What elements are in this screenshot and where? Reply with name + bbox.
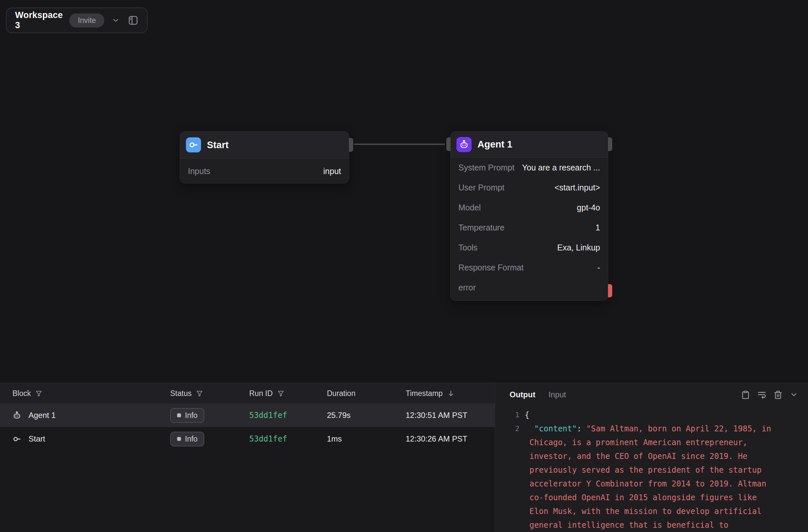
col-block: Block	[13, 389, 170, 398]
tab-input[interactable]: Input	[549, 390, 566, 399]
col-status: Status	[170, 389, 249, 398]
line-number	[510, 463, 519, 477]
col-duration: Duration	[327, 389, 406, 398]
log-row-start[interactable]: Start Info 53dd1fef 1ms 12:30:26 AM PST	[0, 427, 495, 451]
agent-output-handle[interactable]	[608, 137, 612, 151]
start-icon	[186, 137, 201, 152]
start-icon	[13, 435, 21, 443]
status-dot	[177, 437, 181, 441]
agent-row-response-format: Response Format -	[451, 258, 608, 278]
agent-node-header: Agent 1	[451, 131, 608, 158]
status-label: Info	[185, 435, 197, 443]
output-panel: Output Input	[495, 383, 808, 532]
agent-row-user-prompt: User Prompt <start.input>	[451, 178, 608, 198]
table-header: Block Status Run ID	[0, 383, 495, 403]
line-number	[510, 491, 519, 505]
agent-error-handle[interactable]	[608, 284, 612, 297]
row-value: -	[598, 263, 600, 272]
code-line: Chicago, is a prominent American entrepr…	[510, 436, 808, 450]
code-line: previously served as the president of th…	[510, 463, 808, 477]
duration: 25.79s	[327, 411, 406, 420]
code-line: 2 "content": "Sam Altman, born on April …	[510, 422, 808, 436]
line-number	[510, 436, 519, 450]
line-number	[510, 450, 519, 463]
row-label: System Prompt	[458, 163, 515, 172]
output-panel-header: Output Input	[495, 383, 808, 406]
sort-desc-icon[interactable]	[447, 390, 455, 397]
duration: 1ms	[327, 434, 406, 443]
agent-row-error: error	[451, 278, 608, 298]
agent-input-handle[interactable]	[446, 137, 451, 151]
collapse-chevron-icon[interactable]	[790, 391, 798, 399]
row-label: Tools	[458, 243, 477, 252]
row-value: <start.input>	[554, 183, 600, 192]
row-label: User Prompt	[458, 183, 504, 192]
col-timestamp: Timestamp	[406, 389, 495, 398]
filter-icon[interactable]	[196, 390, 203, 397]
filter-icon[interactable]	[35, 390, 42, 397]
edge-start-to-agent[interactable]	[354, 144, 445, 145]
line-number: 2	[510, 422, 519, 436]
agent-row-model: Model gpt-4o	[451, 198, 608, 217]
row-label: Response Format	[458, 263, 524, 272]
start-node-header: Start	[180, 131, 349, 159]
start-node-title: Start	[207, 140, 228, 150]
agent-node-title: Agent 1	[477, 139, 512, 150]
log-row-agent-1[interactable]: Agent 1 Info 53dd1fef 25.79s 12:30:51 AM…	[0, 403, 495, 427]
row-label: Temperature	[458, 223, 504, 232]
code-line: investor, and the CEO of OpenAI since 20…	[510, 450, 808, 463]
start-node[interactable]: Start Inputs input	[180, 131, 349, 184]
status-label: Info	[185, 411, 197, 420]
col-timestamp-label: Timestamp	[406, 389, 443, 398]
line-number	[510, 505, 519, 518]
line-number	[510, 477, 519, 491]
row-label: Inputs	[188, 167, 210, 176]
row-value: gpt-4o	[577, 203, 600, 212]
bot-icon	[13, 411, 21, 420]
invite-button[interactable]: Invite	[69, 14, 104, 27]
status-badge: Info	[170, 432, 204, 446]
row-value: 1	[595, 223, 600, 232]
status-dot	[177, 413, 181, 417]
run-id: 53dd1fef	[249, 411, 327, 420]
col-status-label: Status	[170, 389, 191, 398]
block-name: Start	[29, 434, 45, 443]
workspace-switcher[interactable]: Workspace 3 Invite	[6, 7, 148, 33]
code-line: 1 {	[510, 408, 808, 422]
row-label: Model	[458, 203, 481, 212]
wrap-text-icon[interactable]	[757, 390, 766, 399]
timestamp: 12:30:51 AM PST	[406, 411, 495, 420]
output-code-viewer: 1 { 2 "content": "Sam Altman, born on Ap…	[495, 406, 808, 532]
row-value: You are a research ...	[522, 163, 600, 172]
line-number	[510, 518, 519, 532]
start-node-row-inputs: Inputs input	[180, 159, 349, 184]
agent-row-tools: Tools Exa, Linkup	[451, 238, 608, 258]
row-value: input	[323, 167, 341, 176]
app-canvas: Workspace 3 Invite Start Inputs input	[0, 0, 808, 532]
code-line: general intelligence that is beneficial …	[510, 518, 808, 532]
col-run-id: Run ID	[249, 389, 327, 398]
row-value: Exa, Linkup	[557, 243, 600, 252]
run-id: 53dd1fef	[249, 434, 327, 443]
block-name: Agent 1	[29, 411, 56, 420]
chevron-down-icon[interactable]	[111, 16, 120, 24]
code-line: accelerator Y Combinator from 2014 to 20…	[510, 477, 808, 491]
agent-node[interactable]: Agent 1 System Prompt You are a research…	[450, 131, 608, 301]
trash-icon[interactable]	[774, 391, 783, 399]
copy-icon[interactable]	[741, 391, 750, 399]
tab-output[interactable]: Output	[510, 390, 535, 399]
agent-row-temperature: Temperature 1	[451, 217, 608, 238]
code-line: co-founded OpenAI in 2015 alongside figu…	[510, 491, 808, 505]
line-number: 1	[510, 408, 519, 422]
col-duration-label: Duration	[327, 389, 355, 398]
filter-icon[interactable]	[277, 390, 284, 397]
col-block-label: Block	[13, 389, 31, 398]
start-output-handle[interactable]	[349, 138, 353, 152]
panel-left-icon[interactable]	[128, 15, 139, 25]
run-log-table: Block Status Run ID	[0, 383, 495, 532]
timestamp: 12:30:26 AM PST	[406, 434, 495, 443]
bot-icon	[457, 137, 472, 152]
col-run-id-label: Run ID	[249, 389, 273, 398]
agent-row-system-prompt: System Prompt You are a research ...	[451, 158, 608, 178]
bottom-panel: Block Status Run ID	[0, 383, 808, 532]
